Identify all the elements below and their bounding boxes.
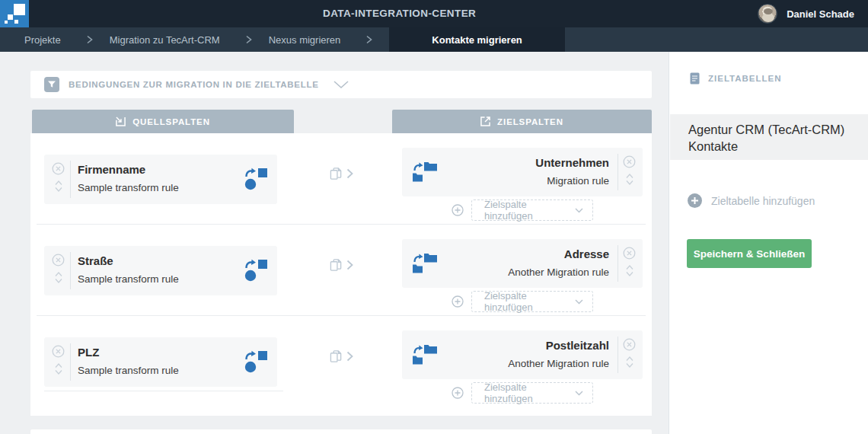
chevron-right-icon — [346, 260, 353, 270]
mapping-panel: Firmenname Sample transform rule — [30, 133, 652, 416]
conditions-label: BEDINGUNGEN ZUR MIGRATION IN DIE ZIELTAB… — [69, 80, 319, 89]
migration-rule-icon[interactable] — [412, 251, 438, 274]
transform-rule-icon[interactable] — [244, 259, 268, 282]
export-icon — [480, 116, 490, 126]
plus-circle-icon[interactable] — [452, 387, 464, 399]
migration-rule-icon[interactable] — [412, 343, 438, 365]
remove-icon[interactable] — [52, 345, 65, 358]
app-logo[interactable] — [0, 0, 29, 27]
target-tables-header: ZIELTABELLEN — [690, 72, 782, 85]
avatar[interactable] — [758, 4, 777, 24]
reorder-icon[interactable] — [54, 362, 63, 375]
source-column-title: Straße — [78, 254, 113, 267]
target-table-name-line1: Agentur CRM (TecArt-CRM) — [688, 121, 854, 138]
copy-icon[interactable] — [330, 349, 343, 363]
target-column-card[interactable]: Postleitzahl Another Migration rule — [402, 330, 643, 379]
target-column-card[interactable]: Unternehmen Migration rule — [402, 148, 643, 196]
source-columns-label: QUELLSPALTEN — [132, 117, 210, 126]
transform-rule-label: Sample transform rule — [78, 273, 179, 285]
add-target-column-row: Zielspalte hinzufügen — [452, 199, 593, 221]
add-target-column-dropdown[interactable]: Zielspalte hinzufügen — [471, 382, 593, 404]
chevron-down-icon — [575, 391, 583, 396]
remove-icon[interactable] — [52, 162, 65, 175]
mapping-row: Straße Sample transform rule — [30, 225, 652, 316]
reorder-icon[interactable] — [625, 173, 634, 186]
source-column-title: Firmenname — [78, 163, 145, 176]
chevron-right-icon — [246, 35, 252, 44]
chevron-down-icon — [575, 299, 583, 305]
breadcrumb: Projekte Migration zu TecArt-CRM Nexus m… — [0, 27, 868, 52]
transform-rule-icon[interactable] — [244, 168, 268, 190]
copy-icon[interactable] — [330, 167, 343, 180]
remove-icon[interactable] — [623, 247, 636, 260]
breadcrumb-item-migration-zu-tecart-crm[interactable]: Migration zu TecArt-CRM — [110, 27, 269, 52]
divider — [70, 252, 71, 289]
chevron-right-icon — [87, 35, 93, 44]
chevron-down-icon — [575, 208, 583, 213]
target-tables-sidebar: ZIELTABELLEN Agentur CRM (TecArt-CRM) Ko… — [669, 52, 868, 434]
target-column-card[interactable]: Adresse Another Migration rule — [402, 239, 643, 288]
target-column-title: Unternehmen — [535, 156, 609, 169]
plus-circle-icon[interactable] — [452, 204, 464, 216]
mapping-row: Firmenname Sample transform rule — [30, 133, 652, 225]
transform-rule-label: Sample transform rule — [78, 365, 179, 376]
add-target-table-label: Zieltabelle hinzufügen — [711, 195, 815, 207]
data-integration-center-screen: DATA-INTEGRATION-CENTER Daniel Schade Pr… — [0, 0, 868, 434]
target-column-title: Adresse — [564, 247, 609, 260]
copy-icon[interactable] — [330, 258, 343, 272]
save-and-close-button[interactable]: Speichern & Schließen — [687, 239, 812, 268]
target-columns-header: ZIELSPALTEN — [392, 110, 652, 133]
divider — [617, 337, 618, 373]
divider — [70, 343, 71, 381]
add-target-column-row: Zielspalte hinzufügen — [452, 382, 593, 404]
document-icon — [690, 72, 700, 85]
add-target-column-dropdown[interactable]: Zielspalte hinzufügen — [471, 291, 593, 312]
reorder-icon[interactable] — [625, 356, 634, 369]
user-name: Daniel Schade — [787, 8, 854, 20]
target-column-title: Postleitzahl — [546, 339, 609, 352]
mapping-connector — [330, 258, 353, 272]
top-bar: DATA-INTEGRATION-CENTER Daniel Schade — [0, 0, 868, 27]
logo-squares-icon — [0, 0, 29, 27]
add-target-column-row: Zielspalte hinzufügen — [452, 291, 593, 312]
conditions-bar[interactable]: BEDINGUNGEN ZUR MIGRATION IN DIE ZIELTAB… — [30, 71, 652, 98]
source-column-card[interactable]: Straße Sample transform rule — [44, 246, 277, 295]
remove-icon[interactable] — [52, 254, 65, 266]
divider — [70, 161, 71, 198]
transform-rule-icon[interactable] — [244, 350, 268, 373]
remove-icon[interactable] — [623, 338, 636, 351]
breadcrumb-item-nexus-migrieren[interactable]: Nexus migrieren — [269, 27, 390, 52]
tab-kontakte-migrieren[interactable]: Kontakte migrieren — [389, 27, 564, 52]
migration-rule-label: Another Migration rule — [508, 358, 609, 369]
source-column-card[interactable]: PLZ Sample transform rule — [44, 337, 277, 387]
mapping-row: PLZ Sample transform rule — [30, 316, 652, 407]
divider — [617, 154, 618, 190]
target-table-name-line2: Kontakte — [688, 138, 854, 155]
remove-icon[interactable] — [623, 155, 636, 168]
plus-circle-icon[interactable] — [452, 295, 464, 308]
divider — [617, 245, 618, 282]
add-target-table-button[interactable]: Zieltabelle hinzufügen — [688, 193, 815, 208]
source-columns-header: QUELLSPALTEN — [32, 110, 294, 133]
migration-rule-label: Another Migration rule — [508, 266, 609, 278]
reorder-icon[interactable] — [625, 264, 634, 277]
breadcrumb-item-projekte[interactable]: Projekte — [0, 27, 110, 52]
source-column-card[interactable]: Firmenname Sample transform rule — [44, 155, 277, 204]
chevron-down-icon[interactable] — [333, 81, 349, 89]
mapping-connector — [330, 349, 353, 363]
mapping-connector — [330, 167, 353, 180]
source-column-title: PLZ — [78, 346, 99, 359]
target-tables-label: ZIELTABELLEN — [708, 74, 782, 83]
add-target-column-dropdown[interactable]: Zielspalte hinzufügen — [471, 199, 593, 221]
import-icon — [116, 116, 126, 126]
transform-rule-label: Sample transform rule — [78, 182, 179, 193]
migration-rule-icon[interactable] — [412, 160, 438, 183]
next-section-edge — [30, 429, 652, 434]
reorder-icon[interactable] — [54, 180, 63, 193]
reorder-icon[interactable] — [54, 271, 63, 284]
selected-target-table[interactable]: Agentur CRM (TecArt-CRM) Kontakte — [670, 114, 868, 160]
divider — [44, 391, 283, 391]
migration-rule-label: Migration rule — [547, 175, 609, 187]
user-menu[interactable]: Daniel Schade — [758, 0, 854, 27]
target-columns-label: ZIELSPALTEN — [497, 117, 563, 126]
